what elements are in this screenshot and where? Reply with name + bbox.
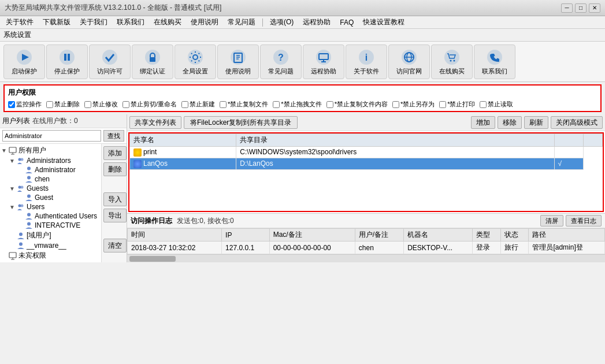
common-questions-icon: ? [272, 48, 290, 66]
clear-button[interactable]: 清空 [103, 239, 127, 252]
tree-item-chen-user[interactable]: chen [1, 174, 100, 184]
perm-no-create[interactable]: 禁止新建 [181, 100, 215, 109]
svg-rect-3 [64, 54, 66, 61]
access-permit-button[interactable]: 访问许可 [89, 44, 131, 79]
contact-us-button[interactable]: 联系我们 [474, 44, 515, 79]
svg-rect-7 [150, 57, 155, 62]
online-buy-label: 在线购买 [439, 68, 465, 75]
common-questions-button[interactable]: ?常见问题 [260, 44, 302, 79]
tree-item-system-user[interactable]: [域用户] [1, 230, 100, 241]
log-col-header-0: 时间 [128, 229, 222, 242]
menu-item[interactable]: 选项(O) [266, 16, 297, 28]
log-cell-0: 2018-03-27 10:32:02 [128, 242, 222, 254]
user-list-label: 用户列表 [2, 116, 30, 126]
add-share-button[interactable]: 增加 [471, 116, 495, 129]
svg-point-44 [27, 222, 31, 226]
maximize-button[interactable]: □ [575, 3, 587, 13]
online-count: 在线用户数：0 [32, 116, 78, 126]
remote-help-button[interactable]: 远程协助 [303, 44, 344, 79]
log-buttons: 清屏 查看日志 [540, 215, 602, 226]
perm-no-drag-file[interactable]: *禁止拖拽文件 [273, 100, 321, 109]
scrollbar-thumb [129, 256, 176, 262]
search-input[interactable] [2, 130, 101, 142]
svg-point-37 [27, 176, 31, 180]
perm-no-save-as[interactable]: *禁止另存为 [392, 100, 435, 109]
view-log-button[interactable]: 查看日志 [566, 215, 602, 226]
menu-item[interactable]: 常见问题 [224, 16, 259, 28]
menu-item[interactable]: 下载新版 [39, 16, 74, 28]
usage-instructions-button[interactable]: 使用说明 [217, 44, 259, 79]
global-settings-button[interactable]: 全局设置 [175, 44, 216, 79]
tree-node-label: chen [35, 175, 50, 183]
tree-node-label: INTERACTIVE [35, 221, 80, 229]
tree-node-label: [域用户] [27, 231, 51, 240]
perm-no-cut-rename[interactable]: 禁止剪切/重命名 [123, 100, 177, 109]
menu-item[interactable]: 关于我们 [76, 16, 111, 28]
perm-no-delete[interactable]: 禁止删除 [46, 100, 80, 109]
bind-auth-button[interactable]: 绑定认证 [132, 44, 173, 79]
close-button[interactable]: ✕ [589, 3, 600, 13]
svg-point-29 [454, 60, 455, 61]
clear-screen-button[interactable]: 清屏 [540, 215, 563, 226]
tree-item-administrator-user[interactable]: Administrator [1, 165, 100, 174]
expand-icon: ▼ [1, 147, 8, 154]
perm-no-print[interactable]: *禁止打印 [439, 100, 475, 109]
global-settings-icon [186, 48, 205, 66]
perm-no-copy-content[interactable]: *禁止复制文件内容 [326, 100, 388, 109]
refresh-button[interactable]: 刷新 [524, 116, 548, 129]
start-protect-button[interactable]: 启动保护 [3, 44, 45, 79]
stop-protect-button[interactable]: 停止保护 [46, 44, 88, 79]
remove-share-button[interactable]: 移除 [498, 116, 522, 129]
tree-item-guest-perms[interactable]: 未宾权限 [1, 250, 100, 261]
menu-item[interactable]: 在线购买 [150, 16, 185, 28]
remote-help-label: 远程协助 [311, 68, 336, 75]
menu-item[interactable]: FAQ [336, 17, 357, 28]
menu-item[interactable]: 快速设置教程 [359, 16, 408, 28]
expand-icon: ▼ [9, 185, 16, 192]
menu-item[interactable]: 远程协助 [299, 16, 334, 28]
log-header: 访问操作日志 发送包:0, 接收包:0 清屏 查看日志 [127, 214, 605, 228]
online-buy-button[interactable]: 在线购买 [431, 44, 473, 79]
menu-item[interactable]: 使用说明 [187, 16, 222, 28]
share-table-row[interactable]: printC:\WINDOWS\system32\spool\drivers [130, 147, 603, 158]
visit-web-button[interactable]: 访问官网 [388, 44, 430, 79]
tree-item-all-users[interactable]: ▼所有用户 [1, 145, 100, 156]
perm-no-read[interactable]: 禁止读取 [480, 100, 513, 109]
tree-item-administrators[interactable]: ▼Administrators [1, 156, 100, 165]
tree-item-vmware-user[interactable]: __vmware__ [1, 241, 100, 250]
tab-share-list[interactable]: 共享文件列表 [129, 116, 181, 129]
tab-filelocker[interactable]: 将FileLocker复制到所有共享目录 [184, 116, 298, 129]
svg-point-43 [27, 213, 31, 217]
tree-item-guests[interactable]: ▼Guests [1, 184, 100, 193]
tree-node-label: Administrator [35, 166, 76, 174]
tree-item-interactive-user[interactable]: INTERACTIVE [1, 221, 100, 230]
advanced-mode-button[interactable]: 关闭高级模式 [551, 116, 603, 129]
visit-web-icon [400, 48, 418, 66]
bottom-panel: 访问操作日志 发送包:0, 接收包:0 清屏 查看日志 时间IPMac/备注用户… [127, 213, 605, 262]
tree-item-users-group[interactable]: ▼Users [1, 202, 100, 211]
search-button[interactable]: 查找 [103, 130, 124, 142]
menu-item[interactable]: 关于软件 [2, 16, 37, 28]
delete-button[interactable]: 删除 [103, 162, 127, 176]
export-button[interactable]: 导出 [103, 209, 127, 222]
perm-no-modify[interactable]: 禁止修改 [84, 100, 118, 109]
tree-node-icon [16, 157, 25, 165]
share-table-row[interactable]: LanQosD:\LanQos√ [130, 158, 603, 169]
tree-node-label: Authenticated Users [35, 212, 97, 220]
tree-item-authenticated-users[interactable]: Authenticated Users [1, 211, 100, 221]
horizontal-scrollbar[interactable] [127, 254, 605, 262]
minimize-button[interactable]: ─ [561, 3, 573, 13]
log-col-header-7: 路径 [529, 229, 605, 242]
tree-item-guest-user[interactable]: Guest [1, 193, 100, 202]
perm-no-copy-file[interactable]: *禁止复制文件 [220, 100, 268, 109]
about-software-button[interactable]: i关于软件 [346, 44, 387, 79]
menu-item[interactable]: 联系我们 [113, 16, 148, 28]
about-software-icon: i [357, 48, 376, 66]
menu-separator [262, 18, 263, 27]
perm-monitor[interactable]: 监控操作 [8, 100, 42, 109]
svg-point-36 [27, 167, 31, 170]
share-table: 共享名共享目录 printC:\WINDOWS\system32\spool\d… [128, 132, 604, 212]
add-button[interactable]: 添加 [103, 146, 127, 160]
import-button[interactable]: 导入 [103, 192, 127, 206]
about-software-label: 关于软件 [354, 68, 379, 75]
